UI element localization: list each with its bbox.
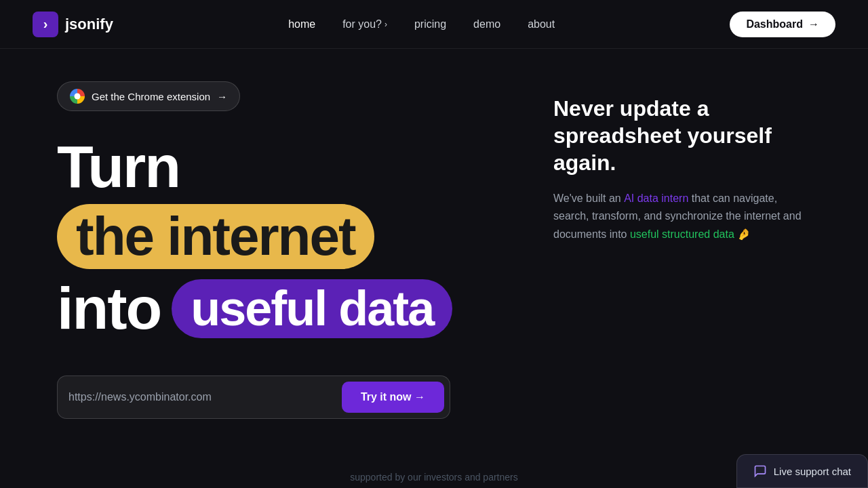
try-now-button[interactable]: Try it now →: [342, 382, 444, 413]
arrow-icon: →: [217, 91, 227, 102]
logo-link[interactable]: › jsonify: [33, 12, 113, 37]
nav-about[interactable]: about: [528, 18, 555, 30]
nav-links: home for you? › pricing demo about: [288, 18, 555, 30]
chevron-down-icon: ›: [384, 20, 387, 29]
internet-badge-wrapper: the internet: [57, 203, 526, 274]
hero-title: Turn the internet into useful data: [57, 136, 526, 340]
url-form: Try it now →: [57, 375, 450, 419]
chat-icon: [753, 464, 767, 478]
ai-data-intern-link[interactable]: AI data intern: [624, 192, 688, 204]
internet-badge: the internet: [57, 204, 374, 269]
nav-demo[interactable]: demo: [473, 18, 500, 30]
structured-data-link[interactable]: useful structured data: [630, 228, 734, 240]
dashboard-button[interactable]: Dashboard: [730, 12, 835, 37]
brand-name: jsonify: [65, 16, 113, 33]
hero-line2: into: [57, 277, 161, 340]
left-section: Get the Chrome extension → Turn the inte…: [57, 81, 526, 419]
logo-icon: ›: [33, 12, 58, 37]
right-description: We've built an AI data intern that can n…: [553, 190, 811, 243]
hero-line1: Turn: [57, 136, 526, 198]
nav-for-you[interactable]: for you? ›: [342, 18, 387, 30]
navbar: › jsonify home for you? › pricing demo a…: [0, 0, 868, 49]
url-input[interactable]: [68, 386, 342, 409]
into-line: into useful data: [57, 277, 526, 340]
chrome-extension-button[interactable]: Get the Chrome extension →: [57, 81, 240, 111]
chrome-icon: [70, 89, 85, 104]
nav-home[interactable]: home: [288, 18, 315, 30]
right-section: Never update a spreadsheet yourself agai…: [526, 81, 811, 243]
live-chat-label: Live support chat: [774, 466, 851, 477]
right-heading: Never update a spreadsheet yourself agai…: [553, 95, 811, 176]
chrome-extension-label: Get the Chrome extension: [92, 91, 210, 102]
bottom-supported-text: supported by our investors and partners: [350, 472, 517, 488]
main-content: Get the Chrome extension → Turn the inte…: [0, 49, 868, 419]
nav-pricing[interactable]: pricing: [414, 18, 446, 30]
useful-data-badge: useful data: [172, 279, 452, 338]
live-support-chat[interactable]: Live support chat: [736, 454, 868, 488]
